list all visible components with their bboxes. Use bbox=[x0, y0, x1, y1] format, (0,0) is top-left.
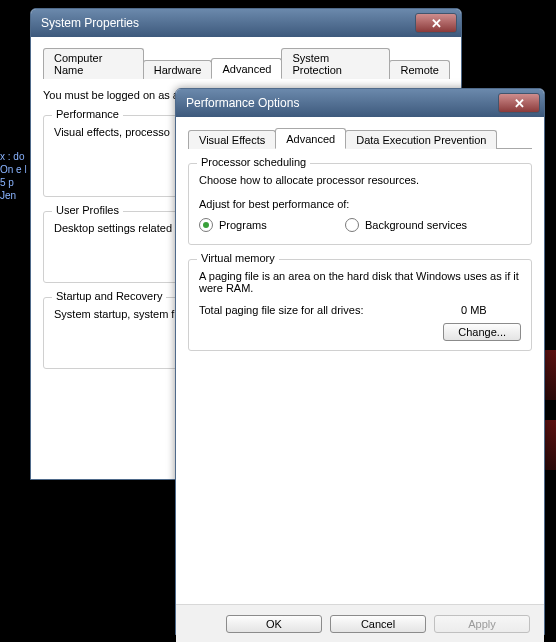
sysprops-tabs: Computer Name Hardware Advanced System P… bbox=[43, 47, 449, 79]
change-button[interactable]: Change... bbox=[443, 323, 521, 341]
close-button[interactable]: ✕ bbox=[498, 93, 540, 113]
tab-advanced[interactable]: Advanced bbox=[275, 128, 346, 149]
tab-hardware[interactable]: Hardware bbox=[143, 60, 213, 79]
tab-dep[interactable]: Data Execution Prevention bbox=[345, 130, 497, 149]
group-legend: Startup and Recovery bbox=[52, 290, 166, 302]
close-button[interactable]: ✕ bbox=[415, 13, 457, 33]
processor-scheduling-group: Processor scheduling Choose how to alloc… bbox=[188, 163, 532, 245]
group-legend: User Profiles bbox=[52, 204, 123, 216]
performance-options-window: Performance Options ✕ Visual Effects Adv… bbox=[175, 88, 545, 635]
scheduling-desc: Choose how to allocate processor resourc… bbox=[199, 174, 521, 186]
tab-visual-effects[interactable]: Visual Effects bbox=[188, 130, 276, 149]
tab-remote[interactable]: Remote bbox=[389, 60, 450, 79]
titlebar[interactable]: System Properties ✕ bbox=[31, 9, 461, 37]
radio-programs[interactable] bbox=[199, 218, 213, 232]
radio-background-label: Background services bbox=[365, 219, 467, 231]
tab-computer-name[interactable]: Computer Name bbox=[43, 48, 144, 79]
total-paging-value: 0 MB bbox=[461, 304, 521, 316]
desktop-text-fragment: x : do On e l 5 p Jen bbox=[0, 150, 30, 202]
titlebar[interactable]: Performance Options ✕ bbox=[176, 89, 544, 117]
total-paging-label: Total paging file size for all drives: bbox=[199, 304, 455, 316]
vm-desc: A paging file is an area on the hard dis… bbox=[199, 270, 521, 294]
perfopts-tabs: Visual Effects Advanced Data Execution P… bbox=[188, 127, 532, 149]
apply-button[interactable]: Apply bbox=[434, 615, 530, 633]
tab-system-protection[interactable]: System Protection bbox=[281, 48, 390, 79]
group-legend: Virtual memory bbox=[197, 252, 279, 264]
radio-background-services[interactable] bbox=[345, 218, 359, 232]
cancel-button[interactable]: Cancel bbox=[330, 615, 426, 633]
virtual-memory-group: Virtual memory A paging file is an area … bbox=[188, 259, 532, 351]
dialog-buttons: OK Cancel Apply bbox=[176, 604, 544, 642]
group-legend: Performance bbox=[52, 108, 123, 120]
tab-advanced[interactable]: Advanced bbox=[211, 58, 282, 79]
window-title: Performance Options bbox=[186, 96, 498, 110]
radio-programs-label: Programs bbox=[219, 219, 339, 231]
group-legend: Processor scheduling bbox=[197, 156, 310, 168]
close-icon: ✕ bbox=[514, 97, 525, 110]
window-title: System Properties bbox=[41, 16, 415, 30]
close-icon: ✕ bbox=[431, 17, 442, 30]
ok-button[interactable]: OK bbox=[226, 615, 322, 633]
adjust-label: Adjust for best performance of: bbox=[199, 198, 521, 210]
